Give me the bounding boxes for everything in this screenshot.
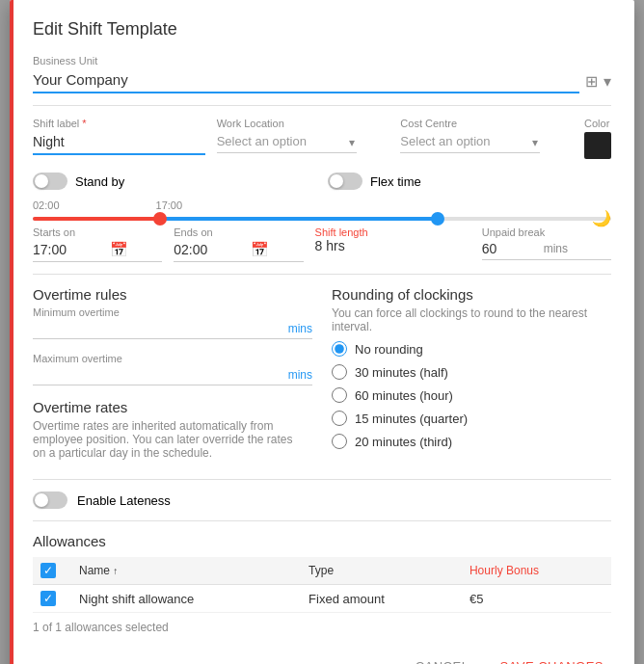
shift-label-label: Shift label bbox=[33, 118, 205, 129]
lateness-label: Enable Lateness bbox=[77, 493, 171, 508]
allowances-col-type: Type bbox=[301, 557, 462, 585]
rounding-subtitle: You can force all clockings to round to … bbox=[332, 306, 611, 333]
row-type: Fixed amount bbox=[301, 585, 462, 613]
divider-4 bbox=[33, 520, 611, 521]
max-overtime-suffix: mins bbox=[288, 368, 312, 382]
row-name: Night shift allowance bbox=[71, 585, 301, 613]
divider-2 bbox=[33, 274, 611, 275]
allowances-select-all[interactable]: ✓ bbox=[40, 563, 56, 578]
allowances-col-checkbox: ✓ bbox=[33, 557, 71, 585]
allowances-title: Allowances bbox=[33, 533, 611, 549]
cancel-button[interactable]: CANCEL bbox=[408, 653, 477, 664]
unpaid-break-input[interactable] bbox=[482, 241, 540, 256]
cost-centre-select[interactable]: Select an option bbox=[400, 132, 540, 152]
moon-icon: 🌙 bbox=[592, 209, 611, 227]
slider-fill-blue bbox=[160, 217, 438, 221]
work-location-select[interactable]: Select an option bbox=[217, 132, 357, 152]
save-button[interactable]: SAVE CHANGES bbox=[492, 653, 611, 664]
ends-on-calendar-icon[interactable]: 📅 bbox=[251, 241, 269, 258]
rounding-label-2: 60 minutes (hour) bbox=[355, 388, 453, 403]
rounding-option-3[interactable]: 15 minutes (quarter) bbox=[332, 411, 611, 426]
rounding-title: Rounding of clockings bbox=[332, 286, 611, 303]
min-overtime-label: Minimum overtime bbox=[33, 306, 312, 318]
row-checkbox-box[interactable]: ✓ bbox=[40, 591, 56, 606]
ends-on-label: Ends on bbox=[174, 226, 303, 238]
starts-on-calendar-icon[interactable]: 📅 bbox=[110, 241, 128, 258]
slider-fill-red bbox=[33, 217, 160, 221]
flex-time-toggle[interactable] bbox=[328, 173, 362, 190]
business-unit-dropdown-icon[interactable]: ▾ bbox=[604, 72, 611, 91]
overtime-rates-title: Overtime rates bbox=[33, 399, 312, 415]
starts-on-input[interactable] bbox=[33, 242, 110, 257]
min-overtime-input[interactable] bbox=[33, 321, 288, 335]
rounding-label-0: No rounding bbox=[355, 342, 423, 357]
business-unit-icon[interactable]: ⊞ bbox=[585, 72, 598, 91]
slider-thumb-start[interactable] bbox=[153, 212, 167, 226]
rounding-option-0[interactable]: No rounding bbox=[332, 341, 611, 357]
overtime-rules-title: Overtime rules bbox=[33, 286, 312, 303]
shift-label-value[interactable]: Night bbox=[33, 132, 205, 155]
row-bonus: €5 bbox=[462, 585, 611, 613]
allowances-table: ✓ Name ↑ Type Hourly Bonus ✓ Night shift… bbox=[33, 557, 611, 613]
ends-on-input[interactable] bbox=[174, 242, 251, 257]
min-overtime-suffix: mins bbox=[288, 322, 312, 335]
standby-label: Stand by bbox=[75, 174, 124, 189]
cost-centre-label: Cost Centre bbox=[400, 118, 573, 129]
rounding-label-1: 30 minutes (half) bbox=[355, 365, 448, 380]
unpaid-break-label: Unpaid break bbox=[482, 226, 611, 238]
modal-title: Edit Shift Template bbox=[33, 19, 611, 40]
allowances-footer: 1 of 1 allowances selected bbox=[33, 621, 611, 634]
rounding-option-2[interactable]: 60 minutes (hour) bbox=[332, 387, 611, 403]
work-location-label: Work Location bbox=[217, 118, 389, 129]
lateness-toggle[interactable] bbox=[33, 491, 67, 509]
rounding-option-4[interactable]: 20 minutes (third) bbox=[332, 434, 611, 449]
max-overtime-input[interactable] bbox=[33, 367, 288, 382]
slider-end-label: 17:00 bbox=[156, 199, 183, 211]
allowances-col-bonus: Hourly Bonus bbox=[462, 557, 611, 585]
slider-start-label: 02:00 bbox=[33, 199, 60, 211]
edit-shift-modal: Edit Shift Template Business Unit Your C… bbox=[10, 0, 634, 664]
rounding-label-3: 15 minutes (quarter) bbox=[355, 412, 468, 426]
divider-1 bbox=[33, 105, 611, 106]
table-row: ✓ Night shift allowance Fixed amount €5 bbox=[33, 585, 611, 613]
accent-bar bbox=[10, 0, 13, 664]
max-overtime-label: Maximum overtime bbox=[33, 353, 312, 364]
name-sort-icon[interactable]: ↑ bbox=[113, 566, 118, 576]
slider-thumb-end[interactable] bbox=[431, 212, 444, 226]
business-unit-label: Business Unit bbox=[33, 55, 611, 66]
starts-on-label: Starts on bbox=[33, 226, 162, 238]
standby-toggle[interactable] bbox=[33, 173, 67, 190]
business-unit-value: Your Company bbox=[33, 69, 579, 93]
shift-length-value: 8 hrs bbox=[315, 238, 470, 253]
row-checkbox[interactable]: ✓ bbox=[33, 585, 71, 613]
color-label: Color bbox=[584, 118, 611, 129]
rounding-option-1[interactable]: 30 minutes (half) bbox=[332, 364, 611, 380]
unpaid-break-suffix: mins bbox=[544, 242, 568, 255]
modal-footer: CANCEL SAVE CHANGES bbox=[33, 646, 611, 664]
overtime-rates-subtitle: Overtime rates are inherited automatical… bbox=[33, 419, 303, 460]
color-swatch[interactable] bbox=[584, 132, 611, 159]
shift-length-label: Shift length bbox=[315, 226, 470, 238]
divider-3 bbox=[33, 479, 611, 480]
rounding-label-4: 20 minutes (third) bbox=[355, 435, 452, 449]
time-slider-track[interactable]: 🌙 bbox=[33, 217, 611, 221]
allowances-col-name: Name ↑ bbox=[71, 557, 301, 585]
flex-time-label: Flex time bbox=[370, 174, 421, 189]
